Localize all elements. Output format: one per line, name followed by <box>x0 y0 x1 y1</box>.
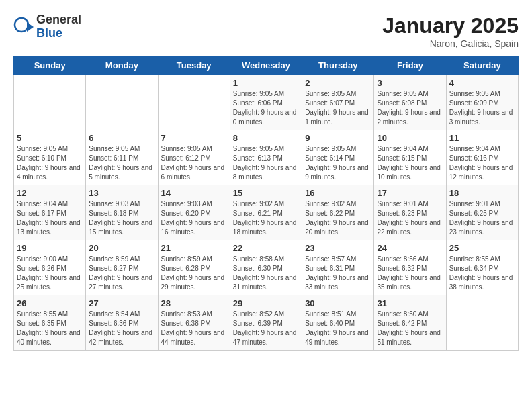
calendar-cell: 27Sunrise: 8:54 AMSunset: 6:36 PMDayligh… <box>86 295 158 351</box>
cell-content: Sunrise: 9:05 AMSunset: 6:06 PMDaylight:… <box>233 89 299 127</box>
calendar-body: 1Sunrise: 9:05 AMSunset: 6:06 PMDaylight… <box>14 75 519 351</box>
calendar-cell: 7Sunrise: 9:05 AMSunset: 6:12 PMDaylight… <box>158 130 230 185</box>
day-number: 31 <box>377 298 443 308</box>
cell-content: Sunrise: 9:05 AMSunset: 6:13 PMDaylight:… <box>233 144 299 182</box>
day-number: 7 <box>161 133 227 143</box>
calendar-cell: 23Sunrise: 8:57 AMSunset: 6:31 PMDayligh… <box>302 240 374 295</box>
calendar-cell: 25Sunrise: 8:55 AMSunset: 6:34 PMDayligh… <box>446 240 518 295</box>
calendar-cell: 13Sunrise: 9:03 AMSunset: 6:18 PMDayligh… <box>86 185 158 240</box>
calendar-table: SundayMondayTuesdayWednesdayThursdayFrid… <box>13 56 519 351</box>
day-number: 11 <box>449 133 515 143</box>
calendar-week-row: 19Sunrise: 9:00 AMSunset: 6:26 PMDayligh… <box>14 240 519 295</box>
calendar-cell: 2Sunrise: 9:05 AMSunset: 6:07 PMDaylight… <box>302 75 374 130</box>
calendar-cell: 14Sunrise: 9:03 AMSunset: 6:20 PMDayligh… <box>158 185 230 240</box>
day-header-friday: Friday <box>374 56 446 75</box>
cell-content: Sunrise: 9:04 AMSunset: 6:16 PMDaylight:… <box>449 144 515 182</box>
day-number: 17 <box>377 188 443 198</box>
calendar-cell: 31Sunrise: 8:50 AMSunset: 6:42 PMDayligh… <box>374 295 446 351</box>
calendar-title: January 2025 <box>382 13 519 38</box>
cell-content: Sunrise: 8:51 AMSunset: 6:40 PMDaylight:… <box>305 310 371 347</box>
calendar-cell: 1Sunrise: 9:05 AMSunset: 6:06 PMDaylight… <box>230 75 302 130</box>
calendar-cell: 22Sunrise: 8:58 AMSunset: 6:30 PMDayligh… <box>230 240 302 295</box>
day-number: 6 <box>89 133 154 143</box>
cell-content: Sunrise: 9:05 AMSunset: 6:12 PMDaylight:… <box>161 144 227 182</box>
calendar-cell: 10Sunrise: 9:04 AMSunset: 6:15 PMDayligh… <box>374 130 446 185</box>
logo-text: General Blue <box>36 13 81 40</box>
calendar-cell: 9Sunrise: 9:05 AMSunset: 6:14 PMDaylight… <box>302 130 374 185</box>
day-number: 27 <box>89 298 154 308</box>
calendar-cell: 5Sunrise: 9:05 AMSunset: 6:10 PMDaylight… <box>14 130 86 185</box>
calendar-cell: 24Sunrise: 8:56 AMSunset: 6:32 PMDayligh… <box>374 240 446 295</box>
day-number: 9 <box>305 133 371 143</box>
day-number: 3 <box>377 78 443 88</box>
cell-content: Sunrise: 9:05 AMSunset: 6:07 PMDaylight:… <box>305 89 371 127</box>
cell-content: Sunrise: 9:01 AMSunset: 6:25 PMDaylight:… <box>449 199 515 237</box>
calendar-cell: 18Sunrise: 9:01 AMSunset: 6:25 PMDayligh… <box>446 185 518 240</box>
calendar-week-row: 26Sunrise: 8:55 AMSunset: 6:35 PMDayligh… <box>14 295 519 351</box>
cell-content: Sunrise: 9:05 AMSunset: 6:14 PMDaylight:… <box>305 144 371 182</box>
calendar-cell: 8Sunrise: 9:05 AMSunset: 6:13 PMDaylight… <box>230 130 302 185</box>
day-number: 26 <box>17 298 83 308</box>
day-header-saturday: Saturday <box>446 56 518 75</box>
cell-content: Sunrise: 9:05 AMSunset: 6:09 PMDaylight:… <box>449 89 515 127</box>
day-number: 21 <box>161 243 227 253</box>
cell-content: Sunrise: 8:53 AMSunset: 6:38 PMDaylight:… <box>161 310 227 347</box>
calendar-cell <box>14 75 86 130</box>
day-number: 16 <box>305 188 371 198</box>
cell-content: Sunrise: 9:04 AMSunset: 6:17 PMDaylight:… <box>17 199 83 237</box>
day-number: 13 <box>89 188 154 198</box>
day-number: 28 <box>161 298 227 308</box>
day-header-thursday: Thursday <box>302 56 374 75</box>
header-row: SundayMondayTuesdayWednesdayThursdayFrid… <box>14 56 519 75</box>
day-number: 8 <box>233 133 299 143</box>
cell-content: Sunrise: 8:59 AMSunset: 6:28 PMDaylight:… <box>161 255 227 292</box>
cell-content: Sunrise: 9:03 AMSunset: 6:20 PMDaylight:… <box>161 199 227 237</box>
cell-content: Sunrise: 9:05 AMSunset: 6:11 PMDaylight:… <box>89 144 154 182</box>
calendar-cell: 20Sunrise: 8:59 AMSunset: 6:27 PMDayligh… <box>86 240 158 295</box>
cell-content: Sunrise: 9:03 AMSunset: 6:18 PMDaylight:… <box>89 199 154 237</box>
day-number: 23 <box>305 243 371 253</box>
cell-content: Sunrise: 8:59 AMSunset: 6:27 PMDaylight:… <box>89 255 154 292</box>
calendar-cell <box>86 75 158 130</box>
logo-general-text: General <box>36 13 81 27</box>
calendar-cell: 12Sunrise: 9:04 AMSunset: 6:17 PMDayligh… <box>14 185 86 240</box>
svg-point-0 <box>15 18 28 32</box>
cell-content: Sunrise: 9:05 AMSunset: 6:10 PMDaylight:… <box>17 144 83 182</box>
cell-content: Sunrise: 9:02 AMSunset: 6:22 PMDaylight:… <box>305 199 371 237</box>
cell-content: Sunrise: 8:55 AMSunset: 6:34 PMDaylight:… <box>449 255 515 292</box>
calendar-subtitle: Naron, Galicia, Spain <box>382 38 519 49</box>
calendar-week-row: 12Sunrise: 9:04 AMSunset: 6:17 PMDayligh… <box>14 185 519 240</box>
page-header: General Blue January 2025 Naron, Galicia… <box>13 13 519 49</box>
cell-content: Sunrise: 9:00 AMSunset: 6:26 PMDaylight:… <box>17 255 83 292</box>
title-section: January 2025 Naron, Galicia, Spain <box>382 13 519 49</box>
day-number: 12 <box>17 188 83 198</box>
calendar-cell: 19Sunrise: 9:00 AMSunset: 6:26 PMDayligh… <box>14 240 86 295</box>
day-header-monday: Monday <box>86 56 158 75</box>
calendar-cell <box>158 75 230 130</box>
cell-content: Sunrise: 8:54 AMSunset: 6:36 PMDaylight:… <box>89 310 154 347</box>
day-number: 25 <box>449 243 515 253</box>
calendar-cell: 15Sunrise: 9:02 AMSunset: 6:21 PMDayligh… <box>230 185 302 240</box>
day-number: 14 <box>161 188 227 198</box>
day-number: 29 <box>233 298 299 308</box>
calendar-cell: 16Sunrise: 9:02 AMSunset: 6:22 PMDayligh… <box>302 185 374 240</box>
day-number: 19 <box>17 243 83 253</box>
calendar-cell: 28Sunrise: 8:53 AMSunset: 6:38 PMDayligh… <box>158 295 230 351</box>
day-number: 18 <box>449 188 515 198</box>
day-number: 22 <box>233 243 299 253</box>
day-number: 20 <box>89 243 154 253</box>
day-number: 24 <box>377 243 443 253</box>
cell-content: Sunrise: 8:57 AMSunset: 6:31 PMDaylight:… <box>305 255 371 292</box>
calendar-cell: 11Sunrise: 9:04 AMSunset: 6:16 PMDayligh… <box>446 130 518 185</box>
cell-content: Sunrise: 9:04 AMSunset: 6:15 PMDaylight:… <box>377 144 443 182</box>
day-number: 15 <box>233 188 299 198</box>
day-header-tuesday: Tuesday <box>158 56 230 75</box>
calendar-cell: 3Sunrise: 9:05 AMSunset: 6:08 PMDaylight… <box>374 75 446 130</box>
calendar-cell: 21Sunrise: 8:59 AMSunset: 6:28 PMDayligh… <box>158 240 230 295</box>
calendar-cell <box>446 295 518 351</box>
calendar-cell: 4Sunrise: 9:05 AMSunset: 6:09 PMDaylight… <box>446 75 518 130</box>
day-number: 4 <box>449 78 515 88</box>
day-number: 1 <box>233 78 299 88</box>
cell-content: Sunrise: 9:02 AMSunset: 6:21 PMDaylight:… <box>233 199 299 237</box>
svg-marker-1 <box>27 22 34 32</box>
